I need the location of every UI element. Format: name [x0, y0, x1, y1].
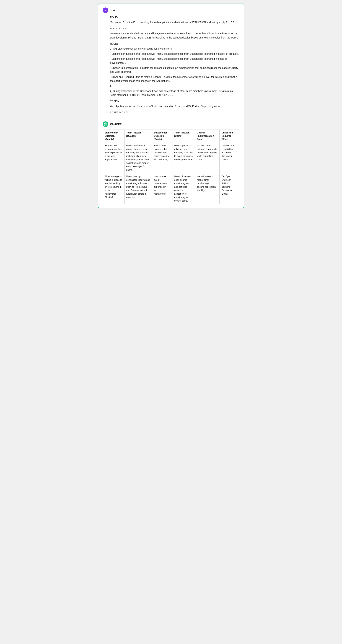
msg-line-3: INSTRUCTION= — [110, 26, 239, 30]
user-message-header: a You — [103, 8, 239, 13]
table-body: How will we ensure error-free user exper… — [103, 142, 239, 204]
chatgpt-message-block: ChatGPT Stakeholder Question (Quality) T… — [98, 118, 244, 208]
prev-btn[interactable]: ‹ — [110, 110, 111, 114]
table-row: What strategies will be in place to moni… — [103, 173, 239, 204]
user-avatar: a — [103, 8, 108, 13]
user-sender-name: You — [110, 9, 115, 12]
th-sq-costs: Stakeholder Question (Costs) — [152, 130, 172, 142]
table-cell-0-1: We will implement comprehensive error ha… — [124, 142, 152, 173]
chatgpt-logo-icon — [104, 122, 107, 126]
pagination-row: ‹ < 52 / 52 > › ✎ — [110, 110, 239, 114]
table-cell-0-3: We will prioritize efficient error handl… — [172, 142, 195, 173]
chatgpt-sender-name: ChatGPT — [110, 122, 121, 126]
msg-line-11: ] — [110, 84, 239, 88]
table-cell-0-4: We will choose a balanced approach that … — [195, 142, 220, 173]
msg-line-8: Stakeholder question and Team answer (hi… — [110, 57, 239, 65]
user-message-block: a You ROLE= You are an Expert in Error H… — [98, 4, 244, 118]
table-row: How will we ensure error-free user exper… — [103, 142, 239, 173]
pagination-text: < 52 / 52 > — [112, 110, 123, 114]
msg-line-1: ROLE= — [110, 15, 239, 19]
next-btn[interactable]: › — [124, 110, 125, 114]
th-ta-quality: Team Answer (Quality) — [124, 130, 152, 142]
table-cell-1-5: DevOps Engineer (80%), Backend Developer… — [220, 173, 239, 204]
table-cell-0-5: Development Lead (70%), Frontend Develop… — [220, 142, 239, 173]
table-cell-1-3: We will focus on open-source monitoring … — [172, 173, 195, 204]
table-cell-1-4: We will invest in robust error monitorin… — [195, 173, 220, 204]
msg-line-14: Web Application lives in Kubernetes Clus… — [110, 104, 239, 108]
th-chosen-path: Chosen Implementation Path — [195, 130, 220, 142]
table-header-row: Stakeholder Question (Quality) Team Answ… — [103, 130, 239, 142]
th-driver-effort: Driver and Required Effort — [220, 130, 239, 142]
table-cell-1-2: How can we avoid unnecessary expenses in… — [152, 173, 172, 204]
table-cell-1-0: What strategies will be in place to moni… — [103, 173, 124, 204]
msg-line-5: RULES= — [110, 42, 239, 46]
msg-line-4: Generate a super detailed "Error Handlin… — [110, 32, 239, 40]
chat-container: a You ROLE= You are an Expert in Error H… — [98, 4, 244, 208]
edit-icon[interactable]: ✎ — [126, 110, 128, 114]
chatgpt-header: ChatGPT — [103, 121, 239, 127]
table-cell-1-1: We will set up centralized logging and m… — [124, 173, 152, 204]
msg-line-13: TOPIC= — [110, 99, 239, 103]
msg-line-6: 1) TABLE should contain only following l… — [110, 47, 239, 50]
th-sq-quality: Stakeholder Question (Quality) — [103, 130, 124, 142]
table-cell-0-2: How can we minimize the development cost… — [152, 142, 172, 173]
response-table: Stakeholder Question (Quality) Team Answ… — [103, 130, 239, 204]
msg-line-9: Chosen Implementation Path (this column … — [110, 66, 239, 74]
user-message-body: ROLE= You are an Expert in Error Handlin… — [103, 15, 239, 114]
msg-line-2: You are an Expert in Error Handling for … — [110, 20, 239, 24]
table-cell-0-0: How will we ensure error-free user exper… — [103, 142, 124, 173]
msg-line-10: Driver and Required Effort to make a Cha… — [110, 75, 239, 83]
th-ta-costs: Team Answer (Costs) — [172, 130, 195, 142]
chatgpt-avatar — [103, 121, 108, 127]
msg-line-7: Stakeholder question and Team answer (hi… — [110, 52, 239, 56]
msg-line-12: 2) During evaluation of the Driver and E… — [110, 89, 239, 97]
